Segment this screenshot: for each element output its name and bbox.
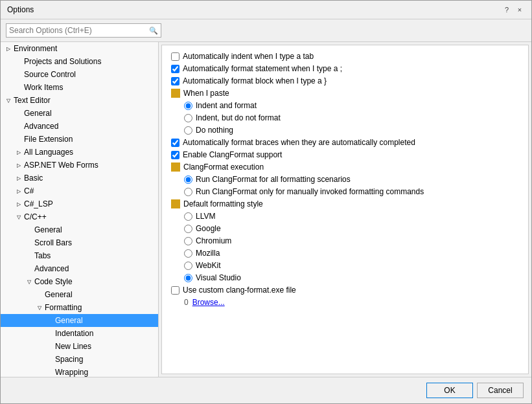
sidebar-label-projects-and-solutions: Projects and Solutions <box>24 57 158 66</box>
sidebar-item-projects-and-solutions[interactable]: Projects and Solutions <box>1 55 158 68</box>
browse-link[interactable]: Browse... <box>192 298 225 307</box>
sidebar-label-cpp-general: General <box>34 225 158 234</box>
sidebar-label-formatting: Formatting <box>45 303 158 312</box>
sidebar-item-cpp-general[interactable]: General <box>1 223 158 236</box>
sidebar-item-environment[interactable]: ▷Environment <box>1 42 158 55</box>
radio-style-chromium[interactable] <box>184 237 192 245</box>
sidebar-item-tabs[interactable]: Tabs <box>1 249 158 262</box>
radio-style-webkit[interactable] <box>184 262 192 270</box>
option-row-auto-indent-tab: Automatically indent when I type a tab <box>171 52 519 61</box>
radio-style-llvm[interactable] <box>184 212 192 221</box>
checkbox-auto-format-brace[interactable] <box>171 77 179 85</box>
label-style-webkit: WebKit <box>196 261 220 270</box>
label-auto-format-brace: Automatically format block when I type a… <box>183 76 327 85</box>
sidebar-label-all-languages: All Languages <box>24 148 158 157</box>
close-button[interactable]: × <box>515 5 525 15</box>
radio-style-google[interactable] <box>184 225 192 233</box>
label-style-vs: Visual Studio <box>196 273 241 282</box>
expand-icon-indentation <box>45 328 55 339</box>
sidebar-item-new-lines[interactable]: New Lines <box>1 340 158 353</box>
radio-style-mozilla[interactable] <box>184 249 192 258</box>
sidebar-label-text-editor: Text Editor <box>14 96 158 105</box>
checkbox-auto-format-semicolon[interactable] <box>171 65 179 73</box>
expand-icon-tabs <box>24 251 34 261</box>
checkbox-custom-clang[interactable] <box>171 286 179 295</box>
checkbox-auto-format-braces[interactable] <box>171 139 179 147</box>
sidebar-label-csharp: C# <box>24 186 158 196</box>
label-style-google: Google <box>196 224 221 233</box>
option-row-custom-clang: Use custom clang-format.exe file <box>171 286 519 295</box>
sidebar-item-csharp[interactable]: ▷C# <box>1 185 158 197</box>
sidebar-item-general[interactable]: General <box>1 107 158 120</box>
radio-indent-and-format[interactable] <box>184 102 192 110</box>
main-area: ▷EnvironmentProjects and SolutionsSource… <box>1 42 531 377</box>
sidebar-label-indentation: Indentation <box>55 329 158 338</box>
sidebar-item-indentation[interactable]: Indentation <box>1 327 158 340</box>
ok-button[interactable]: OK <box>426 383 473 398</box>
section-label-when-paste-section: When I paste <box>183 89 229 98</box>
label-enable-clangformat: Enable ClangFormat support <box>183 150 282 159</box>
option-row-auto-format-braces: Automatically format braces when they ar… <box>171 138 519 147</box>
sidebar-label-environment: Environment <box>14 44 158 53</box>
sidebar-item-advanced[interactable]: Advanced <box>1 120 158 133</box>
sidebar-label-code-style: Code Style <box>34 277 158 286</box>
option-row-style-mozilla: Mozilla <box>171 249 519 258</box>
expand-icon-new-lines <box>45 341 55 352</box>
sidebar-item-text-editor[interactable]: ▽Text Editor <box>1 94 158 107</box>
sidebar-label-source-control: Source Control <box>24 70 158 79</box>
expand-icon-basic: ▷ <box>14 173 24 183</box>
option-row-indent-no-format: Indent, but do not format <box>171 113 519 122</box>
radio-run-all-scenarios[interactable] <box>184 175 192 184</box>
sidebar-item-formatting[interactable]: ▽Formatting <box>1 301 158 314</box>
search-input[interactable] <box>9 26 149 35</box>
label-indent-and-format: Indent and format <box>196 101 257 110</box>
search-box: 🔍 <box>6 23 161 38</box>
expand-icon-wrapping <box>45 367 55 377</box>
sidebar-item-basic[interactable]: ▷Basic <box>1 172 158 185</box>
checkbox-auto-indent-tab[interactable] <box>171 52 179 61</box>
expand-icon-all-languages: ▷ <box>14 147 24 157</box>
section-label-default-style-section: Default formatting style <box>183 199 263 208</box>
sidebar-item-spacing[interactable]: Spacing <box>1 353 158 366</box>
radio-style-vs[interactable] <box>184 274 192 282</box>
browse-row: 0Browse... <box>171 298 519 307</box>
radio-run-manual-only[interactable] <box>184 188 192 196</box>
label-auto-format-braces: Automatically format braces when they ar… <box>183 138 415 147</box>
sidebar-item-scroll-bars[interactable]: Scroll Bars <box>1 236 158 249</box>
expand-icon-code-style-general <box>34 289 45 300</box>
label-custom-clang: Use custom clang-format.exe file <box>183 286 296 295</box>
sidebar-item-wrapping[interactable]: Wrapping <box>1 366 158 377</box>
options-dialog: Options ? × 🔍 ▷EnvironmentProjects and S… <box>0 0 532 404</box>
checkbox-enable-clangformat[interactable] <box>171 151 179 159</box>
sidebar-item-all-languages[interactable]: ▷All Languages <box>1 146 158 159</box>
expand-icon-general <box>14 108 24 118</box>
sidebar-item-cpp-advanced[interactable]: Advanced <box>1 262 158 275</box>
sidebar-item-asp-net[interactable]: ▷ASP.NET Web Forms <box>1 159 158 172</box>
section-icon-clangformat-execution <box>171 163 180 172</box>
sidebar-item-cpp[interactable]: ▽C/C++ <box>1 210 158 223</box>
sidebar-label-advanced: Advanced <box>24 122 158 131</box>
radio-do-nothing[interactable] <box>184 126 192 135</box>
label-style-mozilla: Mozilla <box>196 249 220 258</box>
radio-indent-no-format[interactable] <box>184 114 192 122</box>
sidebar-item-csharp-lsp[interactable]: ▷C#_LSP <box>1 197 158 210</box>
sidebar-label-formatting-general: General <box>55 316 158 325</box>
sidebar-item-work-items[interactable]: Work Items <box>1 81 158 94</box>
content-area: Automatically indent when I type a tabAu… <box>161 45 529 374</box>
sidebar-label-file-extension: File Extension <box>24 135 158 144</box>
expand-icon-asp-net: ▷ <box>14 160 24 170</box>
sidebar-item-code-style[interactable]: ▽Code Style <box>1 275 158 288</box>
sidebar-label-basic: Basic <box>24 174 158 183</box>
cancel-button[interactable]: Cancel <box>477 383 524 398</box>
label-style-chromium: Chromium <box>196 236 231 245</box>
sidebar-label-work-items: Work Items <box>24 83 158 92</box>
sidebar-item-file-extension[interactable]: File Extension <box>1 133 158 146</box>
expand-icon-file-extension <box>14 134 24 144</box>
sidebar-item-source-control[interactable]: Source Control <box>1 68 158 81</box>
help-button[interactable]: ? <box>502 5 512 15</box>
sidebar-label-wrapping: Wrapping <box>55 368 158 377</box>
sidebar-label-spacing: Spacing <box>55 355 158 364</box>
section-when-paste-section: When I paste <box>171 89 519 98</box>
sidebar-item-formatting-general[interactable]: General <box>1 314 158 327</box>
sidebar-item-code-style-general[interactable]: General <box>1 288 158 301</box>
